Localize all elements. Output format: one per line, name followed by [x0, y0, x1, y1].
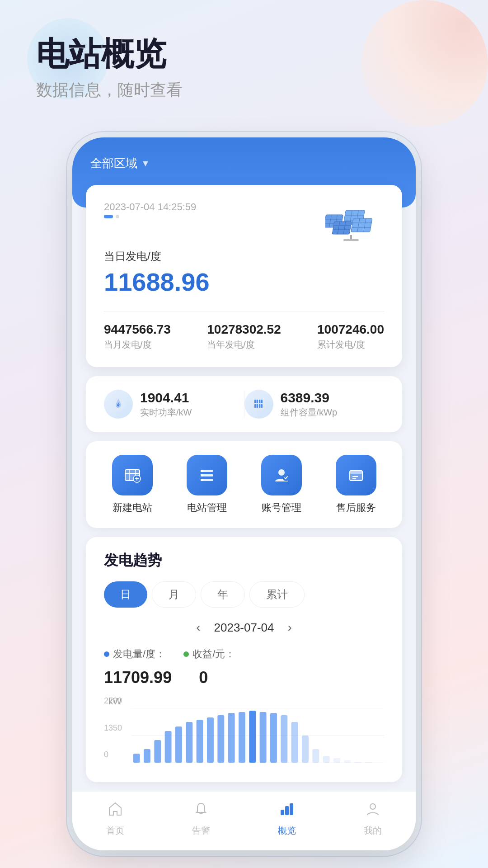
menu-label-account-mgmt: 账号管理 [262, 501, 301, 514]
nav-profile-label: 我的 [364, 825, 382, 837]
generation-value: 11709.99 [104, 668, 172, 687]
legend-revenue: 收益/元： [183, 647, 235, 661]
menu-item-account-mgmt[interactable]: 账号管理 [261, 455, 302, 514]
tab-cumulative[interactable]: 累计 [249, 581, 305, 608]
legend-generation: 发电量/度： [104, 647, 165, 661]
svg-rect-54 [133, 754, 140, 763]
svg-rect-69 [291, 722, 298, 763]
menu-card: 新建电站 电站管理 [86, 441, 402, 528]
menu-item-new-station[interactable]: 新建电站 [112, 455, 153, 514]
chart-y-labels: 2700 1350 0 [104, 696, 122, 760]
page-subtitle: 数据信息，随时查看 [36, 79, 452, 101]
svg-point-23 [253, 398, 265, 410]
nav-home[interactable]: 首页 [106, 801, 124, 837]
alert-icon [193, 801, 209, 821]
svg-rect-71 [312, 749, 319, 763]
capacity-icon [244, 390, 273, 419]
svg-rect-77 [281, 810, 284, 815]
capacity-label: 组件容量/kWp [281, 406, 338, 419]
overview-icon [279, 801, 295, 821]
svg-rect-78 [285, 806, 289, 815]
legend-dot-blue [104, 651, 109, 657]
svg-rect-64 [239, 712, 245, 763]
dot-active [104, 215, 113, 218]
svg-rect-76 [365, 762, 372, 763]
phone-frame: 全部区域 ▼ 2023-07-04 14:25:59 [72, 137, 416, 850]
svg-rect-15 [351, 218, 372, 232]
current-date: 2023-07-04 [214, 621, 274, 635]
revenue-value-item: 0 [199, 668, 208, 687]
capacity-value: 6389.39 [281, 390, 338, 406]
metrics-card: 1904.41 实时功率/kW [86, 376, 402, 432]
card-left: 2023-07-04 14:25:59 [104, 201, 196, 218]
menu-label-new-station: 新建电站 [113, 501, 152, 514]
y-label-mid: 1350 [104, 723, 122, 733]
nav-home-label: 首页 [106, 825, 124, 837]
nav-alert[interactable]: 告警 [192, 801, 210, 837]
svg-rect-60 [197, 720, 203, 763]
profile-icon [365, 801, 381, 821]
svg-rect-42 [201, 470, 203, 472]
daily-value: 11688.96 [104, 267, 384, 297]
tab-month[interactable]: 月 [152, 581, 196, 608]
svg-rect-63 [228, 713, 235, 763]
svg-rect-68 [281, 715, 287, 763]
nav-profile[interactable]: 我的 [364, 801, 382, 837]
pagination-dots [104, 215, 196, 218]
bottom-nav: 首页 告警 [72, 791, 416, 850]
power-metric: 1904.41 实时功率/kW [104, 390, 244, 419]
svg-point-45 [278, 469, 285, 476]
chart-area: kW 2700 1350 0 [104, 696, 384, 769]
chart-unit: kW [108, 696, 384, 707]
trend-tabs: 日 月 年 累计 [104, 581, 384, 608]
svg-rect-70 [302, 736, 309, 763]
legend-dot-green [183, 651, 189, 657]
svg-rect-10 [332, 222, 352, 234]
solar-panel-image [325, 201, 384, 242]
menu-item-after-sales[interactable]: 售后服务 [336, 455, 376, 514]
account-mgmt-icon [261, 455, 302, 495]
svg-rect-43 [201, 474, 203, 476]
region-label: 全部区域 [90, 156, 137, 171]
yearly-value: 10278302.52 [207, 322, 281, 337]
region-selector[interactable]: 全部区域 ▼ [90, 156, 150, 171]
prev-date-button[interactable]: ‹ [196, 620, 200, 635]
region-dropdown-icon: ▼ [141, 158, 150, 169]
nav-overview[interactable]: 概览 [278, 801, 296, 837]
tab-year[interactable]: 年 [201, 581, 245, 608]
svg-rect-59 [186, 722, 192, 763]
svg-rect-74 [344, 760, 351, 763]
phone-inner: 全部区域 ▼ 2023-07-04 14:25:59 [72, 137, 416, 850]
stats-card: 2023-07-04 14:25:59 [86, 185, 402, 367]
menu-label-after-sales: 售后服务 [336, 501, 376, 514]
revenue-value: 0 [199, 668, 208, 687]
yearly-stat: 10278302.52 当年发电/度 [207, 322, 281, 351]
svg-rect-58 [175, 726, 182, 763]
page-header: 电站概览 数据信息，随时查看 [0, 0, 488, 119]
menu-item-station-mgmt[interactable]: 电站管理 [187, 455, 227, 514]
yearly-label: 当年发电/度 [207, 339, 281, 351]
svg-rect-67 [270, 713, 277, 763]
power-value: 1904.41 [140, 390, 192, 406]
monthly-label: 当月发电/度 [104, 339, 171, 351]
nav-overview-label: 概览 [278, 825, 296, 837]
svg-rect-21 [343, 239, 359, 241]
total-stat: 1007246.00 累计发电/度 [317, 322, 384, 351]
stats-card-header: 2023-07-04 14:25:59 [104, 201, 384, 242]
next-date-button[interactable]: › [288, 620, 292, 635]
trend-date-nav: ‹ 2023-07-04 › [104, 620, 384, 635]
phone-wrapper: 全部区域 ▼ 2023-07-04 14:25:59 [0, 137, 488, 868]
svg-rect-72 [323, 756, 330, 763]
trend-values: 11709.99 0 [104, 668, 384, 687]
tab-day[interactable]: 日 [104, 581, 147, 608]
home-icon [107, 801, 123, 821]
page-title: 电站概览 [36, 36, 452, 72]
legend-generation-label: 发电量/度： [113, 647, 165, 661]
svg-rect-65 [249, 711, 256, 763]
after-sales-icon [336, 455, 376, 495]
svg-rect-55 [144, 749, 150, 763]
svg-rect-61 [207, 717, 214, 763]
generation-value-item: 11709.99 [104, 668, 172, 687]
daily-label: 当日发电/度 [104, 249, 384, 264]
trend-legend: 发电量/度： 收益/元： [104, 647, 384, 661]
